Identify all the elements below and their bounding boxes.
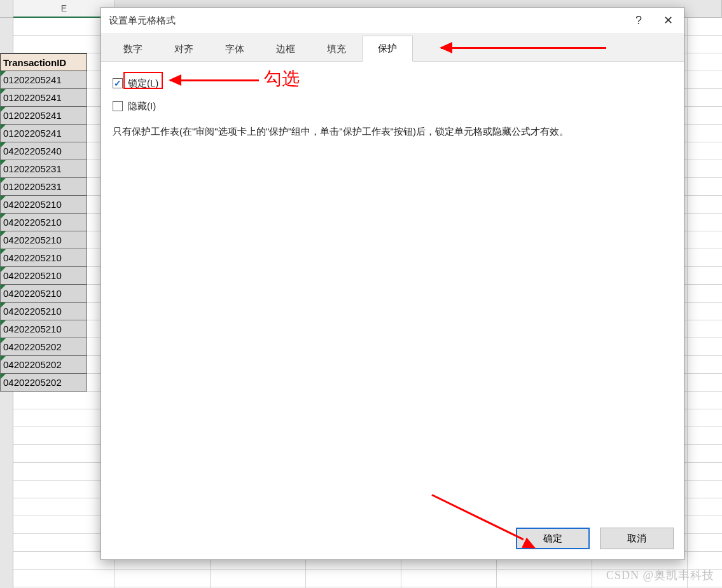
table-data-cell[interactable]: 04202205202 — [0, 356, 87, 374]
close-button[interactable]: ✕ — [653, 8, 683, 33]
table-data-cell[interactable]: 04202205210 — [0, 214, 87, 231]
table-data-cell[interactable]: 04202205210 — [0, 320, 87, 338]
close-icon: ✕ — [663, 13, 673, 27]
table-data-cell[interactable]: 04202205202 — [0, 338, 87, 356]
dialog-titlebar: 设置单元格格式 ? ✕ — [101, 8, 684, 33]
dialog-button-row: 确定 取消 — [101, 521, 684, 559]
table-data-cell[interactable]: 01202205241 — [0, 89, 87, 107]
ok-button[interactable]: 确定 — [516, 528, 590, 549]
tab-边框[interactable]: 边框 — [260, 36, 311, 62]
table-data-cell[interactable]: 04202205210 — [0, 249, 87, 267]
table-data-cell[interactable]: 04202205210 — [0, 285, 87, 303]
tab-字体[interactable]: 字体 — [209, 36, 260, 62]
hidden-checkbox-label: 隐藏(I) — [128, 100, 156, 113]
table-data-cell[interactable]: 01202205241 — [0, 107, 87, 125]
format-cells-dialog: 设置单元格格式 ? ✕ 数字对齐字体边框填充保护 锁定(L) 隐藏(I) 只有保… — [101, 7, 684, 560]
cancel-button[interactable]: 取消 — [600, 528, 674, 549]
tab-数字[interactable]: 数字 — [108, 36, 158, 62]
select-all-corner[interactable] — [0, 0, 13, 17]
hidden-checkbox-row[interactable]: 隐藏(I) — [113, 96, 672, 116]
table-data-cell[interactable]: 04202205210 — [0, 303, 87, 320]
table-data-cell[interactable]: 01202205231 — [0, 178, 87, 196]
table-header-cell[interactable]: TransactionID — [0, 53, 87, 71]
locked-checkbox-row[interactable]: 锁定(L) — [113, 73, 672, 93]
table-data-cell[interactable]: 01202205231 — [0, 160, 87, 178]
tab-body-protection: 锁定(L) 隐藏(I) 只有保护工作表(在"审阅"选项卡上的"保护"组中，单击"… — [101, 62, 684, 521]
locked-checkbox-label: 锁定(L) — [128, 78, 158, 90]
tab-保护[interactable]: 保护 — [362, 36, 413, 62]
hidden-checkbox[interactable] — [113, 101, 123, 111]
data-column-block: TransactionID 01202205241012022052410120… — [0, 53, 87, 392]
table-data-cell[interactable]: 04202205210 — [0, 267, 87, 285]
table-data-cell[interactable]: 04202205202 — [0, 374, 87, 392]
dialog-tabs: 数字对齐字体边框填充保护 — [101, 33, 684, 62]
protection-help-text: 只有保护工作表(在"审阅"选项卡上的"保护"组中，单击"保护工作表"按钮)后，锁… — [113, 124, 672, 139]
dialog-title: 设置单元格格式 — [109, 15, 624, 27]
table-data-cell[interactable]: 04202205210 — [0, 196, 87, 214]
locked-checkbox[interactable] — [113, 78, 123, 88]
help-button[interactable]: ? — [624, 8, 653, 33]
column-header-E[interactable]: E — [13, 0, 115, 18]
table-data-cell[interactable]: 01202205241 — [0, 125, 87, 142]
table-data-cell[interactable]: 04202205240 — [0, 142, 87, 160]
tab-填充[interactable]: 填充 — [311, 36, 362, 62]
table-data-cell[interactable]: 01202205241 — [0, 71, 87, 89]
tab-对齐[interactable]: 对齐 — [158, 36, 209, 62]
table-data-cell[interactable]: 04202205210 — [0, 231, 87, 249]
